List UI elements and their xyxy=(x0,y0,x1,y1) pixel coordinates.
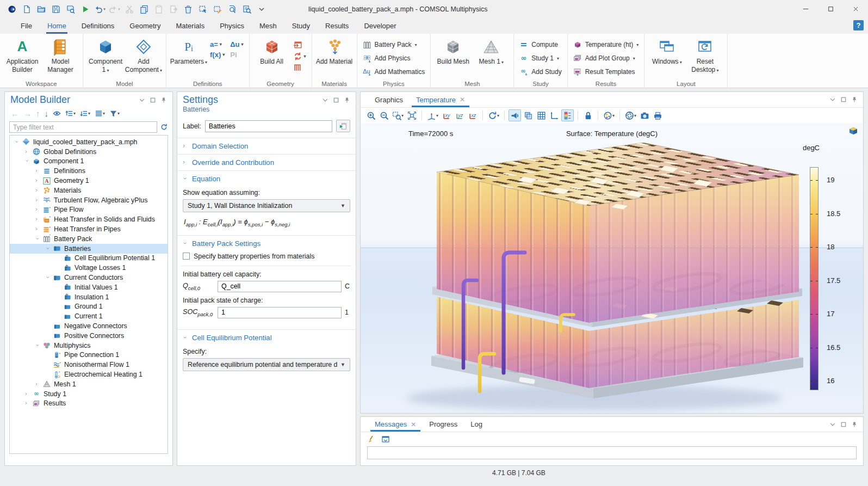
tree-item-negative-connectors[interactable]: Negative Connectors xyxy=(10,321,168,331)
panel-menu-button[interactable] xyxy=(322,97,328,103)
close-tab-icon[interactable]: ✕ xyxy=(411,421,416,428)
toolbar-overflow-button[interactable] xyxy=(255,3,268,15)
update-geometry-button[interactable]: ▾ xyxy=(293,52,306,61)
panel-float-button[interactable] xyxy=(840,421,847,428)
zoom-out-button[interactable] xyxy=(378,109,390,121)
section-equation[interactable]: Equation xyxy=(177,171,356,187)
tab-log[interactable]: Log xyxy=(464,417,489,432)
section-domain-selection[interactable]: Domain Selection xyxy=(177,138,356,154)
show-color-legend-button[interactable] xyxy=(561,109,574,121)
panel-pin-button[interactable] xyxy=(851,421,858,428)
help-button[interactable]: ? xyxy=(853,20,864,30)
menu-tab-definitions[interactable]: Definitions xyxy=(74,18,122,34)
tree-item-initial-values-1[interactable]: DInitial Values 1 xyxy=(10,282,168,292)
open-button[interactable] xyxy=(35,3,47,15)
refresh-icon[interactable] xyxy=(160,123,168,131)
mesh-1-button[interactable]: Mesh 1 ▾ xyxy=(472,36,510,66)
filter-button[interactable]: ▾ xyxy=(108,108,121,119)
copy-button[interactable] xyxy=(138,3,150,15)
tab-temperature[interactable]: Temperature✕ xyxy=(410,92,472,107)
model-manager-button[interactable]: Model Manager xyxy=(41,36,79,74)
tree-item-cell-equilibrium-potential-1[interactable]: DCell Equilibrium Potential 1 xyxy=(10,254,168,263)
chevron-right-icon[interactable] xyxy=(34,198,41,202)
soc-input[interactable] xyxy=(218,307,342,318)
tree-item-ground-1[interactable]: Ground 1 xyxy=(10,302,168,312)
transparency-button[interactable] xyxy=(522,109,534,121)
chevron-right-icon[interactable] xyxy=(34,382,41,386)
tree-item-heat-transfer-in-pipes[interactable]: *Heat Transfer in Pipes xyxy=(10,224,168,234)
unselect-box-button[interactable] xyxy=(211,3,224,15)
zoom-box-button[interactable]: ▾ xyxy=(391,109,405,121)
chevron-down-icon[interactable] xyxy=(34,237,41,241)
print-button[interactable] xyxy=(652,109,664,121)
tree-item-multiphysics[interactable]: Multiphysics xyxy=(10,341,168,350)
menu-tab-file[interactable]: File xyxy=(13,18,40,34)
go-to-yz-view-button[interactable]: yz xyxy=(454,109,466,121)
default-view-button[interactable]: ▾ xyxy=(426,109,439,121)
chevron-right-icon[interactable] xyxy=(23,392,31,396)
tab-graphics[interactable]: Graphics xyxy=(368,92,410,107)
add-plot-group-menu[interactable]: Add Plot Group▾ xyxy=(571,53,641,64)
menu-tab-results[interactable]: Results xyxy=(318,18,356,34)
menu-tab-home[interactable]: Home xyxy=(40,18,74,34)
section-cell-equilibrium-potential[interactable]: Cell Equilibrium Potential xyxy=(177,330,356,346)
chevron-right-icon[interactable] xyxy=(34,217,41,222)
insert-sequence-button[interactable] xyxy=(293,40,306,50)
tab-messages[interactable]: Messages✕ xyxy=(368,417,423,432)
add-material-button[interactable]: Add Material xyxy=(315,36,354,66)
chevron-down-icon[interactable] xyxy=(23,159,31,163)
chevron-right-icon[interactable] xyxy=(34,169,41,173)
chevron-down-icon[interactable] xyxy=(44,247,52,251)
delete-button[interactable] xyxy=(182,3,194,15)
scene-light-button[interactable] xyxy=(509,109,521,121)
tree-item-insulation-1[interactable]: DInsulation 1 xyxy=(10,292,168,302)
chevron-down-icon[interactable] xyxy=(34,343,41,348)
collapse-all-button[interactable]: ▾ xyxy=(78,108,92,119)
menu-tab-geometry[interactable]: Geometry xyxy=(122,18,168,34)
tree-item-current-conductors[interactable]: Current Conductors xyxy=(10,273,168,282)
tree-item-positive-connectors[interactable]: Positive Connectors xyxy=(10,331,168,341)
maximize-button[interactable] xyxy=(818,0,843,18)
equation-assuming-dropdown[interactable]: Study 1, Wall Distance Initialization▼ xyxy=(183,199,350,212)
tree-item-pipe-flow[interactable]: *Pipe Flow xyxy=(10,205,168,215)
temperature-ht-menu[interactable]: Temperature (ht)▾ xyxy=(571,39,641,50)
panel-menu-button[interactable] xyxy=(139,97,145,103)
tree-item-battery-pack[interactable]: *Battery Pack xyxy=(10,234,168,244)
tree-item-definitions[interactable]: Definitions xyxy=(10,166,168,176)
specify-properties-checkbox[interactable] xyxy=(183,253,190,260)
tree-item-results[interactable]: Results xyxy=(10,399,168,409)
reset-desktop-button[interactable]: Reset Desktop ▾ xyxy=(686,36,724,74)
panel-pin-button[interactable] xyxy=(160,97,167,103)
show-button[interactable] xyxy=(51,108,63,119)
paste-button[interactable] xyxy=(152,3,165,15)
tree-item-geometry-1[interactable]: AGeometry 1 xyxy=(10,176,168,186)
undo-button[interactable]: ▾ xyxy=(94,3,106,15)
expand-all-button[interactable]: ▾ xyxy=(64,108,77,119)
build-all-button[interactable]: Build All xyxy=(253,36,291,66)
application-builder-button[interactable]: AApplication Builder xyxy=(3,36,41,74)
panel-float-button[interactable] xyxy=(150,97,156,103)
open-in-new-window-button[interactable] xyxy=(381,435,390,444)
zoom-in-button[interactable] xyxy=(365,109,377,121)
tab-progress[interactable]: Progress xyxy=(423,417,464,432)
panel-pin-button[interactable] xyxy=(344,97,350,103)
tree-item-current-1[interactable]: Current 1 xyxy=(10,311,168,321)
tree-item-mesh-1[interactable]: Mesh 1 xyxy=(10,379,168,389)
chevron-right-icon[interactable] xyxy=(34,227,41,231)
add-study-button[interactable]: ∞Add Study xyxy=(517,66,563,77)
tree-item-study-1[interactable]: ∞Study 1 xyxy=(10,389,168,399)
section-battery-pack-settings[interactable]: Battery Pack Settings xyxy=(177,236,356,251)
tree-item-liquid-cooled-battery-pack-a-mph[interactable]: liquid_cooled_battery_pack_a.mph xyxy=(10,137,168,147)
minimize-button[interactable] xyxy=(793,0,818,18)
tree-item-nonisothermal-flow-1[interactable]: *Nonisothermal Flow 1 xyxy=(10,360,168,370)
compute-button[interactable]: Compute xyxy=(517,39,563,50)
rotate-button[interactable]: ▾ xyxy=(487,109,500,121)
select-box-button[interactable] xyxy=(196,3,209,15)
tree-item-electrochemical-heating-1[interactable]: *Electrochemical Heating 1 xyxy=(10,370,168,379)
menu-tab-physics[interactable]: Physics xyxy=(212,18,252,34)
chevron-right-icon[interactable] xyxy=(34,188,41,193)
nonlocal-couplings-button[interactable]: Δu▾ xyxy=(230,40,243,48)
messages-output[interactable] xyxy=(367,446,857,459)
view-cube-icon[interactable] xyxy=(848,126,859,135)
panel-float-button[interactable] xyxy=(840,96,847,103)
